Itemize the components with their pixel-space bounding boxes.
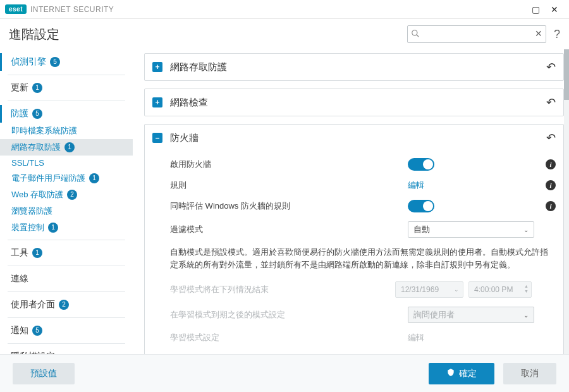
label-filter-mode: 過濾模式 <box>170 224 408 235</box>
sidebar-item-label: 使用者介面 <box>11 299 55 310</box>
chevron-down-icon: ⌄ <box>523 226 529 233</box>
panel-title: 防火牆 <box>170 132 541 144</box>
panel-title: 網路存取防護 <box>170 61 541 73</box>
scrollbar-thumb[interactable] <box>564 49 569 100</box>
divider <box>8 240 125 240</box>
sidebar-sub-browser[interactable]: 瀏覽器防護 <box>0 203 133 219</box>
row-rules: 規則 編輯 i <box>152 175 556 195</box>
search-input[interactable] <box>407 25 546 43</box>
header: 進階設定 ✕ ? <box>0 19 569 49</box>
sidebar-sub-ssltls[interactable]: SSL/TLS <box>0 156 133 170</box>
defaults-button[interactable]: 預設值 <box>13 363 75 384</box>
sidebar-item-tools[interactable]: 工具 1 <box>0 244 133 262</box>
title-bar: eset INTERNET SECURITY ▢ ✕ <box>0 0 569 19</box>
row-learn-end: 學習模式將在下列情況結束 12/31/1969 ⌄ 4:00:00 PM ▲▼ <box>152 277 556 302</box>
panel-header-network-inspect[interactable]: + 網路檢查 ↶ <box>145 89 563 116</box>
label-learn-end: 學習模式將在下列情況結束 <box>170 284 395 295</box>
sidebar-item-label: 工具 <box>11 247 28 259</box>
sidebar-item-privacy[interactable]: 隱私權設定 <box>0 348 133 354</box>
panel-header-firewall[interactable]: – 防火牆 ↶ <box>145 125 563 151</box>
count-badge: 2 <box>67 190 77 200</box>
undo-icon[interactable]: ↶ <box>546 131 556 145</box>
window-close-icon[interactable]: ✕ <box>545 0 564 19</box>
label-rules: 規則 <box>170 180 408 191</box>
sidebar-item-protection[interactable]: 防護 5 <box>0 105 133 123</box>
shield-icon <box>446 368 455 379</box>
sidebar-item-ui[interactable]: 使用者介面 2 <box>0 296 133 314</box>
select-value: 詢問使用者 <box>413 309 455 321</box>
label-after-learn: 在學習模式到期之後的模式設定 <box>170 309 408 321</box>
undo-icon[interactable]: ↶ <box>546 95 556 109</box>
chevron-down-icon: ⌄ <box>454 286 459 293</box>
info-icon[interactable]: i <box>546 180 556 190</box>
divider <box>8 101 125 101</box>
info-icon[interactable]: i <box>546 159 556 169</box>
filter-mode-description: 自動模式是預設模式。適用於喜歡簡便易行的防火牆使用方法而無需定義規則的使用者。自… <box>152 242 556 277</box>
select-filter-mode[interactable]: 自動 ⌄ <box>408 221 534 238</box>
count-badge: 5 <box>32 109 42 119</box>
spinner-icon: ▲▼ <box>524 284 529 294</box>
link-edit-rules[interactable]: 編輯 <box>408 180 424 191</box>
undo-icon[interactable]: ↶ <box>546 60 556 74</box>
help-button[interactable]: ? <box>554 28 560 41</box>
sidebar-sub-email[interactable]: 電子郵件用戶端防護 1 <box>0 170 133 187</box>
select-value: 自動 <box>413 224 430 235</box>
count-badge: 5 <box>50 57 60 67</box>
panel-header-network-access[interactable]: + 網路存取防護 ↶ <box>145 54 563 80</box>
window-maximize-icon[interactable]: ▢ <box>526 0 545 19</box>
label-enable-firewall: 啟用防火牆 <box>170 159 408 170</box>
toggle-enable-firewall[interactable] <box>408 158 434 171</box>
sidebar-item-update[interactable]: 更新 1 <box>0 79 133 97</box>
page-title: 進階設定 <box>9 26 59 43</box>
divider <box>8 75 125 75</box>
row-filter-mode: 過濾模式 自動 ⌄ <box>152 217 556 242</box>
count-badge: 1 <box>89 173 99 183</box>
panel-network-inspect: + 網路檢查 ↶ <box>144 89 564 116</box>
sidebar-item-label: 通知 <box>11 325 28 336</box>
panel-body: 啟用防火牆 i 規則 編輯 i 同時評估 Windows 防火牆的規則 <box>145 151 563 354</box>
label-learn-settings: 學習模式設定 <box>170 332 408 343</box>
sidebar-item-connection[interactable]: 連線 <box>0 270 133 288</box>
label-eval-windows: 同時評估 Windows 防火牆的規則 <box>170 200 408 212</box>
panel-firewall: – 防火牆 ↶ 啟用防火牆 i 規則 編輯 i 同時評 <box>144 124 564 354</box>
ok-button[interactable]: 確定 <box>429 363 494 384</box>
sidebar-sub-network-access[interactable]: 網路存取防護 1 <box>0 139 133 156</box>
panel-title: 網路檢查 <box>170 97 541 109</box>
search-wrap: ✕ <box>407 25 546 43</box>
sidebar-sub-web[interactable]: Web 存取防護 2 <box>0 187 133 203</box>
count-badge: 2 <box>59 300 69 310</box>
toggle-eval-windows[interactable] <box>408 200 434 212</box>
select-after-learn: 詢問使用者 ⌄ <box>408 307 534 323</box>
cancel-button[interactable]: 取消 <box>503 363 556 384</box>
divider <box>8 317 125 318</box>
svg-line-1 <box>417 35 419 37</box>
input-learn-date: 12/31/1969 ⌄ <box>395 281 463 298</box>
sidebar-item-detection[interactable]: 偵測引擎 5 <box>0 53 133 71</box>
footer: 預設值 確定 取消 <box>0 354 569 392</box>
expand-icon: + <box>152 62 162 72</box>
row-eval-windows-firewall: 同時評估 Windows 防火牆的規則 i <box>152 195 556 217</box>
collapse-icon: – <box>152 133 162 143</box>
sidebar-sub-realtime[interactable]: 即時檔案系統防護 <box>0 123 133 139</box>
sidebar: 偵測引擎 5 更新 1 防護 5 即時檔案系統防護 網路存取防護 1 SSL/T… <box>0 49 133 354</box>
row-after-learn: 在學習模式到期之後的模式設定 詢問使用者 ⌄ <box>152 302 556 328</box>
sidebar-sub-device[interactable]: 裝置控制 1 <box>0 219 133 236</box>
sub-panel-app-modify[interactable]: + 應用程式修改偵測 ↶ i <box>152 348 556 354</box>
search-icon <box>411 29 420 40</box>
chevron-down-icon: ⌄ <box>523 312 529 319</box>
scrollbar-track[interactable] <box>564 49 569 354</box>
count-badge: 1 <box>32 248 42 258</box>
sidebar-item-label: 更新 <box>11 82 28 94</box>
brand-badge: eset <box>5 4 27 14</box>
divider <box>8 266 125 266</box>
divider <box>8 343 125 344</box>
expand-icon: + <box>152 97 162 107</box>
row-learn-settings: 學習模式設定 編輯 <box>152 328 556 348</box>
info-icon[interactable]: i <box>546 201 556 211</box>
search-clear-icon[interactable]: ✕ <box>535 28 542 39</box>
count-badge: 1 <box>64 142 75 152</box>
row-enable-firewall: 啟用防火牆 i <box>152 154 556 175</box>
count-badge: 1 <box>32 83 42 93</box>
sidebar-item-notify[interactable]: 通知 5 <box>0 322 133 340</box>
sidebar-item-label: 偵測引擎 <box>11 56 46 68</box>
